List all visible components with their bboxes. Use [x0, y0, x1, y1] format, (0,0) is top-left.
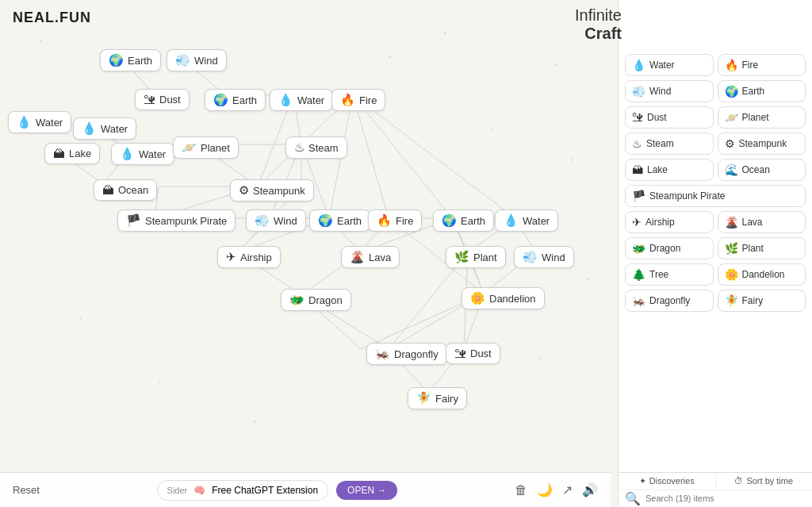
sidebar-chip-fire[interactable]: 🔥Fire — [718, 54, 806, 76]
sidebar-chip-label: Lava — [742, 217, 763, 228]
sidebar-chip-lava[interactable]: 🌋Lava — [718, 211, 806, 233]
chip-icon: 💨 — [175, 53, 190, 67]
sidebar-chip-icon: 🏴 — [632, 190, 645, 202]
canvas-chip-planet-c11[interactable]: 🪐Planet — [173, 136, 239, 159]
chip-label: Water — [139, 148, 166, 160]
canvas-chip-wind-c16[interactable]: 💨Wind — [246, 209, 306, 232]
canvas-chip-fire-c6[interactable]: 🔥Fire — [331, 89, 385, 111]
canvas-chip-dust-c28[interactable]: 🏜Dust — [446, 343, 500, 364]
chip-label: Airship — [240, 252, 272, 263]
sidebar-bottom: ✦ Discoveries ⏱ Sort by time 🔍 — [618, 472, 812, 507]
reset-button[interactable]: Reset — [13, 484, 40, 496]
sort-label: Sort by time — [746, 476, 793, 486]
canvas-chip-steam-c12[interactable]: ♨Steam — [285, 136, 347, 159]
canvas-chip-fire-c18[interactable]: 🔥Fire — [368, 209, 422, 232]
sidebar-chip-water[interactable]: 💧Water — [625, 54, 714, 76]
sidebar-chip-steam[interactable]: ♨Steam — [625, 133, 714, 155]
chip-label: Water — [36, 117, 63, 129]
sidebar-chip-label: Ocean — [742, 164, 770, 175]
chip-icon: 🌋 — [350, 250, 365, 264]
canvas-chip-dragonfly-c27[interactable]: 🦗Dragonfly — [366, 343, 447, 365]
sidebar-chip-icon: 🌲 — [632, 268, 645, 281]
sidebar-chip-dandelion[interactable]: 🌼Dandelion — [718, 263, 806, 286]
chip-label: Dandelion — [489, 293, 536, 305]
moon-icon[interactable]: 🌙 — [537, 482, 553, 497]
canvas-chip-lava-c22[interactable]: 🌋Lava — [341, 246, 400, 268]
canvas-chip-water-c7[interactable]: 💧Water — [8, 111, 71, 133]
chip-icon: 🔥 — [340, 93, 355, 107]
sidebar-chip-icon: 🧚 — [725, 294, 738, 307]
chip-label: Dust — [159, 94, 181, 106]
sidebar-chip-lake[interactable]: 🏔Lake — [625, 159, 714, 181]
canvas-chip-water-c8[interactable]: 💧Water — [73, 117, 136, 140]
sidebar-chip-label: Steampunk — [739, 138, 787, 149]
bottom-bar: Reset Sider 🧠 Free ChatGPT Extension OPE… — [0, 472, 611, 507]
canvas-chip-water-c10[interactable]: 💧Water — [111, 143, 174, 165]
share-icon[interactable]: ↗ — [562, 482, 573, 497]
craft-canvas[interactable]: 🌍Earth💨Wind🏜Dust🌍Earth💧Water🔥Fire💧Water💧… — [0, 0, 611, 472]
canvas-chip-wind-c24[interactable]: 💨Wind — [514, 246, 574, 268]
chatgpt-banner: Sider 🧠 Free ChatGPT Extension — [157, 480, 329, 501]
sidebar-chip-label: Lake — [647, 164, 668, 175]
sidebar-chip-icon: ✈ — [632, 216, 642, 229]
sidebar-chip-planet[interactable]: 🪐Planet — [718, 106, 806, 129]
canvas-chip-steampunk-pirate-c15[interactable]: 🏴Steampunk Pirate — [117, 209, 236, 232]
canvas-chip-earth-c4[interactable]: 🌍Earth — [205, 89, 266, 111]
sidebar-chip-dragonfly[interactable]: 🦗Dragonfly — [625, 290, 714, 312]
sidebar-chip-dust[interactable]: 🏜Dust — [625, 106, 714, 129]
canvas-chip-earth-c17[interactable]: 🌍Earth — [309, 209, 370, 232]
canvas-chip-wind-c2[interactable]: 💨Wind — [167, 49, 227, 71]
chip-icon: 🌍 — [318, 213, 333, 228]
sidebar-chip-ocean[interactable]: 🌊Ocean — [718, 159, 806, 181]
canvas-chip-dandelion-c26[interactable]: 🌼Dandelion — [462, 287, 545, 309]
discoveries-label: Discoveries — [649, 476, 695, 486]
sidebar-search[interactable]: 🔍 — [619, 490, 812, 507]
search-input[interactable] — [645, 494, 806, 503]
sound-icon[interactable]: 🔊 — [582, 482, 598, 497]
chip-icon: 🏔 — [102, 183, 114, 197]
canvas-chip-lake-c9[interactable]: 🏔Lake — [44, 143, 100, 164]
sidebar-chip-steampunk-pirate[interactable]: 🏴Steampunk Pirate — [625, 185, 806, 207]
discoveries-button[interactable]: ✦ Discoveries — [619, 473, 716, 490]
sidebar-chip-wind[interactable]: 💨Wind — [625, 80, 714, 102]
sidebar-chip-fairy[interactable]: 🧚Fairy — [718, 290, 806, 312]
canvas-chip-water-c5[interactable]: 💧Water — [270, 89, 333, 111]
sidebar-grid: 💧Water🔥Fire💨Wind🌍Earth🏜Dust🪐Planet♨Steam… — [625, 54, 806, 312]
chip-label: Dust — [470, 348, 492, 359]
sort-button[interactable]: ⏱ Sort by time — [716, 473, 813, 490]
canvas-chip-earth-c1[interactable]: 🌍Earth — [100, 49, 161, 71]
canvas-chip-plant-c23[interactable]: 🌿Plant — [446, 246, 506, 268]
sidebar-chip-dragon[interactable]: 🐲Dragon — [625, 237, 714, 259]
chip-icon: 💨 — [523, 250, 538, 264]
sidebar-chip-tree[interactable]: 🌲Tree — [625, 263, 714, 286]
chip-label: Water — [297, 94, 324, 106]
bottom-icons: 🗑 🌙 ↗ 🔊 — [515, 482, 598, 497]
canvas-chip-airship-c21[interactable]: ✈Airship — [217, 246, 281, 268]
canvas-chip-steampunk-c14[interactable]: ⚙Steampunk — [230, 179, 314, 202]
chip-icon: 💧 — [17, 115, 32, 129]
sidebar-chip-airship[interactable]: ✈Airship — [625, 211, 714, 233]
trash-icon[interactable]: 🗑 — [515, 483, 527, 497]
canvas-chip-ocean-c13[interactable]: 🏔Ocean — [94, 179, 157, 201]
canvas-chip-dragon-c25[interactable]: 🐲Dragon — [281, 289, 351, 311]
chip-icon: ⚙ — [239, 183, 249, 198]
canvas-chip-water-c20[interactable]: 💧Water — [495, 209, 558, 232]
chip-label: Earth — [337, 215, 362, 227]
sidebar-chip-icon: 🌊 — [725, 163, 738, 176]
open-button[interactable]: OPEN → — [336, 481, 397, 500]
chip-icon: 🏜 — [144, 93, 155, 106]
sidebar-chip-plant[interactable]: 🌿Plant — [718, 237, 806, 259]
canvas-chip-fairy-c29[interactable]: 🧚Fairy — [408, 387, 467, 409]
chip-label: Steampunk — [253, 185, 305, 197]
connections-svg — [0, 0, 611, 472]
sidebar-chip-icon: 🦗 — [632, 294, 645, 307]
sidebar-chip-icon: ♨ — [632, 137, 642, 150]
chip-label: Earth — [232, 94, 257, 106]
canvas-chip-earth-c19[interactable]: 🌍Earth — [433, 209, 494, 232]
chip-icon: 💨 — [255, 213, 270, 228]
sidebar-chip-steampunk[interactable]: ⚙Steampunk — [718, 133, 806, 155]
canvas-chip-dust-c3[interactable]: 🏜Dust — [135, 89, 190, 110]
chip-icon: 💧 — [504, 213, 519, 228]
sidebar-chip-earth[interactable]: 🌍Earth — [718, 80, 806, 102]
sidebar-chip-icon: 🔥 — [725, 59, 738, 71]
